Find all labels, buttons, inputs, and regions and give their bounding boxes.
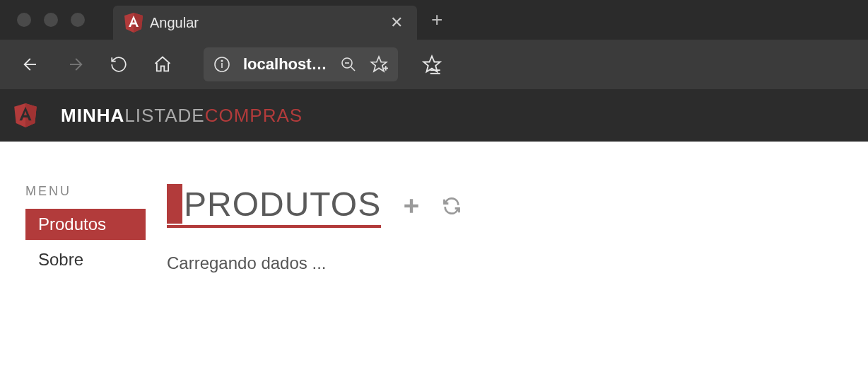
page-title: PRODUTOS: [182, 185, 381, 224]
sidebar-item-sobre[interactable]: Sobre: [25, 244, 146, 275]
refresh-list-button[interactable]: [442, 196, 462, 216]
tab-title: Angular: [150, 15, 380, 31]
main-content: MENU Produtos Sobre PRODUTOS Carregando …: [0, 142, 868, 322]
page-title-row: PRODUTOS: [167, 184, 843, 228]
main-panel: PRODUTOS Carregando dados ...: [167, 184, 843, 280]
angular-favicon-icon: [124, 13, 143, 33]
page-title-block: PRODUTOS: [167, 184, 381, 228]
zoom-out-icon[interactable]: [340, 56, 357, 73]
brand-part1: MINHA: [61, 105, 124, 126]
window-minimize-dot[interactable]: [44, 13, 58, 27]
window-controls: [17, 13, 85, 27]
close-tab-icon[interactable]: ✕: [387, 11, 406, 35]
brand-title: MINHALISTADECOMPRAS: [61, 105, 303, 127]
title-accent-bar: [167, 184, 182, 224]
browser-tab[interactable]: Angular ✕: [113, 6, 417, 40]
back-button[interactable]: [21, 54, 41, 74]
refresh-button[interactable]: [109, 54, 129, 74]
browser-toolbar: localhost…: [0, 40, 868, 89]
sidebar: MENU Produtos Sobre: [25, 184, 146, 280]
add-button[interactable]: [402, 197, 421, 215]
window-close-dot[interactable]: [17, 13, 31, 27]
svg-marker-11: [423, 56, 440, 71]
sidebar-item-produtos[interactable]: Produtos: [25, 209, 146, 240]
home-button[interactable]: [153, 54, 172, 74]
favorites-icon[interactable]: [422, 54, 442, 74]
window-maximize-dot[interactable]: [71, 13, 85, 27]
menu-heading: MENU: [25, 184, 146, 199]
svg-marker-8: [371, 57, 387, 71]
brand-part3: COMPRAS: [205, 105, 303, 126]
browser-chrome: Angular ✕ + localhost…: [0, 0, 868, 89]
app-header: MINHALISTADECOMPRAS: [0, 89, 868, 142]
address-text: localhost…: [243, 55, 327, 74]
angular-logo-icon: [14, 103, 37, 127]
new-tab-button[interactable]: +: [417, 8, 457, 31]
svg-point-4: [221, 60, 223, 62]
brand-part2: LISTADE: [124, 105, 204, 126]
tab-strip: Angular ✕ +: [0, 0, 868, 40]
svg-line-6: [351, 67, 355, 71]
address-bar[interactable]: localhost…: [204, 47, 398, 81]
add-favorite-icon[interactable]: [370, 55, 388, 74]
site-info-icon[interactable]: [213, 56, 230, 73]
forward-button[interactable]: [65, 54, 85, 74]
svg-rect-17: [404, 205, 418, 207]
status-text: Carregando dados ...: [167, 253, 843, 273]
